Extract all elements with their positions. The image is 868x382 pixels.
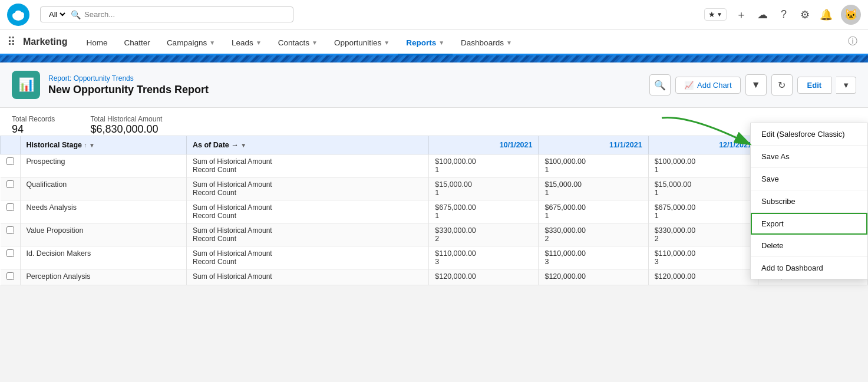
stage-cell: Prospecting: [20, 154, 186, 177]
pattern-bar: [0, 55, 868, 62]
report-header-right: 🔍 📈 Add Chart ▼ ↻ Edit ▼: [649, 74, 856, 95]
leads-caret-icon: ▼: [256, 39, 262, 46]
date1-cell: $675,000.00 1: [429, 200, 539, 223]
asofdate-filter-icon: ▼: [240, 142, 246, 149]
table-header-row: Historical Stage ↑ ▼ As of Date → ▼ 10/1…: [1, 136, 868, 154]
dropdown-item-edit-(salesforce-classic)[interactable]: Edit (Salesforce Classic): [751, 123, 867, 146]
help-icon[interactable]: ?: [777, 8, 790, 21]
report-stats: Total Records 94 Total Historical Amount…: [0, 108, 868, 136]
avatar[interactable]: 🐱: [841, 5, 861, 25]
date1-cell: $330,000.00 2: [429, 223, 539, 246]
nav-item-campaigns[interactable]: Campaigns ▼: [159, 31, 223, 55]
filter-button[interactable]: ▼: [745, 74, 767, 95]
nav-item-chatter[interactable]: Chatter: [116, 31, 159, 55]
favorites-dropdown-icon: ▼: [717, 11, 722, 18]
row-checkbox[interactable]: [6, 203, 14, 211]
row-checkbox[interactable]: [6, 249, 14, 257]
gear-icon[interactable]: ⚙: [798, 8, 811, 21]
date3-cell: $15,000.00 1: [648, 177, 758, 200]
stage-sort-icon: ↑: [84, 142, 87, 149]
row-checkbox-cell[interactable]: [1, 269, 21, 285]
asofdate-cell: Sum of Historical Amount: [186, 269, 428, 285]
report-table: Historical Stage ↑ ▼ As of Date → ▼ 10/1…: [0, 136, 868, 285]
favorites-button[interactable]: ★ ▼: [704, 8, 727, 21]
table-row: Perception Analysis Sum of Historical Am…: [1, 269, 868, 285]
report-title-section: Report: Opportunity Trends New Opportuni…: [48, 74, 209, 96]
date1-count: 1: [435, 212, 532, 220]
date3-count: 1: [655, 212, 752, 220]
row-checkbox-cell[interactable]: [1, 246, 21, 269]
cloud-icon[interactable]: ☁: [756, 8, 769, 21]
total-records-stat: Total Records 94: [12, 115, 55, 136]
dropdown-item-add-to-dashboard[interactable]: Add to Dashboard: [751, 257, 867, 279]
grid-icon[interactable]: ⠿: [5, 35, 18, 49]
date2-money: $15,000.00: [544, 180, 642, 189]
asofdate-line: Sum of Historical Amount: [193, 203, 423, 212]
dropdown-item-export[interactable]: Export: [751, 213, 867, 235]
dropdown-item-subscribe[interactable]: Subscribe: [751, 190, 867, 213]
dashboards-caret-icon: ▼: [506, 39, 512, 46]
search-bar[interactable]: All 🔍: [40, 6, 293, 22]
total-amount-label: Total Historical Amount: [90, 115, 162, 123]
row-checkbox[interactable]: [6, 157, 14, 165]
asofdate-line: Sum of Historical Amount: [193, 249, 423, 258]
svg-point-3: [15, 10, 21, 15]
stats-row: Total Records 94 Total Historical Amount…: [12, 115, 856, 136]
info-icon[interactable]: ⓘ: [842, 29, 863, 54]
row-checkbox[interactable]: [6, 180, 14, 188]
bell-icon[interactable]: 🔔: [820, 8, 833, 21]
refresh-button[interactable]: ↻: [771, 74, 793, 95]
date2-money: $675,000.00: [544, 203, 642, 212]
edit-button[interactable]: Edit: [797, 77, 832, 94]
table-row: Qualification Sum of Historical AmountRe…: [1, 177, 868, 200]
row-checkbox-cell[interactable]: [1, 154, 21, 177]
nav-item-leads[interactable]: Leads ▼: [223, 31, 270, 55]
nav-item-opportunities[interactable]: Opportunities ▼: [326, 31, 398, 55]
date2-count: 1: [544, 166, 642, 174]
dropdown-item-save[interactable]: Save: [751, 168, 867, 190]
report-header: 📊 Report: Opportunity Trends New Opportu…: [0, 62, 868, 108]
row-checkbox[interactable]: [6, 226, 14, 234]
campaigns-caret-icon: ▼: [209, 39, 215, 46]
row-checkbox-cell[interactable]: [1, 200, 21, 223]
refresh-icon: ↻: [778, 80, 786, 91]
salesforce-logo[interactable]: [7, 4, 29, 26]
asofdate-line: Sum of Historical Amount: [193, 272, 423, 281]
dropdown-arrow-icon: ▼: [842, 81, 850, 90]
col-header-date1: 10/1/2021: [429, 136, 539, 154]
nav-item-contacts[interactable]: Contacts ▼: [270, 31, 326, 55]
col-header-asofdate[interactable]: As of Date → ▼: [186, 136, 428, 154]
search-button[interactable]: 🔍: [649, 74, 671, 95]
date3-cell: $330,000.00 2: [648, 223, 758, 246]
nav-item-home[interactable]: Home: [78, 31, 116, 55]
date3-cell: $120,000.00: [648, 269, 758, 285]
table-row: Value Proposition Sum of Historical Amou…: [1, 223, 868, 246]
total-amount-value: $6,830,000.00: [90, 123, 162, 136]
col-header-stage[interactable]: Historical Stage ↑ ▼: [20, 136, 186, 154]
row-checkbox-cell[interactable]: [1, 223, 21, 246]
dropdown-item-delete[interactable]: Delete: [751, 235, 867, 257]
nav-item-dashboards[interactable]: Dashboards ▼: [453, 31, 520, 55]
opportunities-caret-icon: ▼: [384, 39, 390, 46]
date2-money: $330,000.00: [544, 226, 642, 235]
date3-cell: $675,000.00 1: [648, 200, 758, 223]
asofdate-line: Sum of Historical Amount: [193, 226, 423, 235]
date2-cell: $675,000.00 1: [539, 200, 648, 223]
add-icon[interactable]: ＋: [735, 8, 748, 21]
edit-dropdown-button[interactable]: ▼: [836, 77, 856, 94]
nav-item-reports[interactable]: Reports ▼: [398, 31, 453, 55]
reports-caret-icon: ▼: [438, 39, 444, 46]
date2-count: 2: [544, 235, 642, 243]
search-scope-select[interactable]: All: [47, 9, 67, 19]
search-input[interactable]: [84, 10, 287, 19]
stage-filter-icon: ▼: [89, 142, 95, 149]
total-amount-stat: Total Historical Amount $6,830,000.00: [90, 115, 162, 136]
add-chart-button[interactable]: 📈 Add Chart: [675, 77, 741, 94]
row-checkbox-cell[interactable]: [1, 177, 21, 200]
nav-item-home-label: Home: [87, 38, 108, 47]
date3-money: $100,000.00: [655, 157, 752, 166]
row-checkbox[interactable]: [6, 272, 14, 280]
date2-cell: $120,000.00: [539, 269, 648, 285]
dropdown-item-save-as[interactable]: Save As: [751, 146, 867, 168]
report-icon: 📊: [12, 71, 40, 99]
